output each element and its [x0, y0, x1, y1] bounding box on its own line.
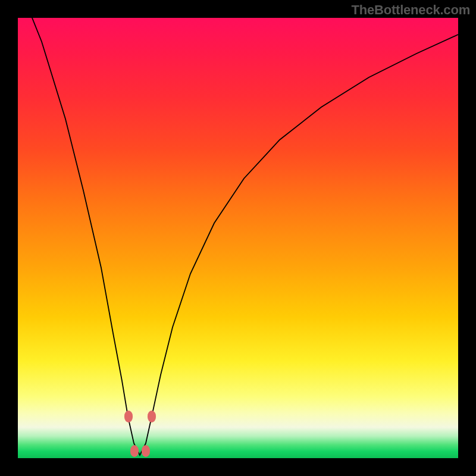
curve-markers [124, 411, 156, 457]
plot-gradient-background [18, 18, 458, 458]
chart-frame: TheBottleneck.com [0, 0, 476, 476]
plot-svg [18, 18, 458, 458]
curve-marker-3 [142, 445, 150, 457]
curve-marker-1 [148, 411, 156, 422]
curve-marker-2 [130, 445, 139, 457]
bottleneck-curve [18, 18, 458, 455]
curve-marker-0 [124, 411, 133, 422]
watermark-text: TheBottleneck.com [351, 2, 470, 18]
